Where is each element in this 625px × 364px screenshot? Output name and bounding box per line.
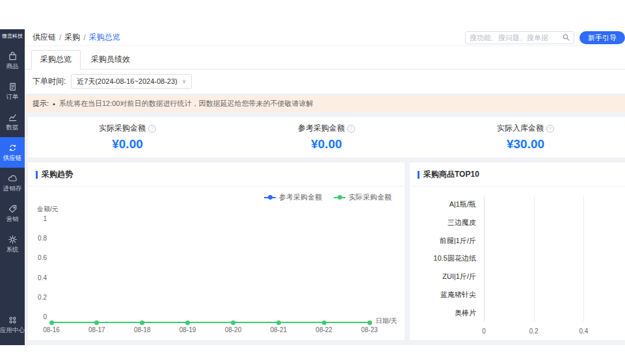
stat-actual-purchase: 实际采购金额 ¥0.00 [28,123,227,151]
category-label: 三边魔皮 [447,218,476,228]
sidebar-item-marketing[interactable]: 营销 [0,198,25,229]
legend-label: 实际采购金额 [349,192,392,202]
category-label: 蓝庵猪针尖 [440,290,476,300]
charts-row: 采购趋势 参考采购金额 实际采购金额 金额/元 1 0 [28,162,625,340]
sidebar-item-app-center[interactable]: 应用中心 [0,309,25,340]
inventory-icon [8,174,18,183]
sidebar-item-label: 系统 [7,246,19,253]
sidebar-item-data[interactable]: 数据 [0,107,25,137]
plot-area: 08-16 08-17 08-18 08-19 08-20 08-21 08-2… [51,218,369,323]
x-axis-unit-label: 日期/天 [376,317,397,326]
sidebar-item-inventory[interactable]: 进销存 [0,168,25,198]
breadcrumb-supply-chain[interactable]: 供应链 [33,32,56,43]
sidebar-item-supply-chain[interactable]: 供应链 [0,137,25,168]
date-range-value: 近7天(2024-08-16~2024-08-23) [77,77,177,86]
order-time-label: 下单时间: [33,76,66,87]
legend-label: 参考采购金额 [279,192,322,202]
data-point [367,320,372,325]
x-tick: 08-17 [88,326,105,333]
breadcrumb-separator: / [83,33,85,42]
legend-item-reference[interactable]: 参考采购金额 [264,192,322,202]
breadcrumb-purchase[interactable]: 采购 [64,32,80,43]
x-tick: 08-22 [315,326,332,333]
x-tick: 08-18 [134,326,151,333]
sidebar: 微赏科技 商品 订单 数据 供应链 [0,29,25,345]
sidebar-item-products[interactable]: 商品 [0,46,25,76]
stat-value: ¥0.00 [227,137,426,151]
legend-item-actual[interactable]: 实际采购金额 [334,192,392,202]
sidebar-item-label: 商品 [7,63,19,70]
data-point [140,320,144,325]
gridline [534,196,535,322]
products-icon [8,51,18,61]
x-tick: 0 [482,328,486,335]
breadcrumb: 供应链 / 采购 / 采购总览 [33,32,120,43]
search-box[interactable] [465,31,574,44]
line-chart: 1 0.8 0.6 0.4 0.2 0 [28,214,405,340]
data-point [276,320,281,325]
sidebar-item-label: 数据 [7,124,19,131]
x-tick: 0.4 [579,328,588,335]
panel-title: 采购商品TOP10 [423,169,479,180]
gridline [583,196,584,322]
data-point [185,320,190,325]
y-tick: 1 [43,215,47,222]
category-label: 奥棒片 [455,308,476,318]
chevron-down-icon: ∨ [182,79,187,84]
y-axis-unit-label: 金额/元 [28,205,405,214]
x-tick: 08-21 [270,326,287,333]
title-accent-bar [418,171,419,179]
topbar-right: 新手引导 [465,31,625,44]
title-accent-bar [36,171,38,179]
category-label: 前腿|1斤/斤 [440,236,476,246]
help-icon[interactable] [148,125,156,133]
category-label: 10.5圆花边纸 [434,254,476,263]
y-axis-ticks: 1 0.8 0.6 0.4 0.2 0 [34,215,51,320]
marketing-icon [8,204,18,214]
topbar: 供应链 / 采购 / 采购总览 新手引导 [25,29,625,46]
date-range-select[interactable]: 近7天(2024-08-16~2024-08-23) ∨ [71,74,192,89]
y-tick: 0.2 [38,294,47,301]
logo: 微赏科技 [0,29,25,46]
gridline [484,196,485,322]
panel-header: 采购趋势 [28,169,405,187]
stat-label: 实际入库金额 [497,123,544,134]
sidebar-item-system[interactable]: 系统 [0,229,25,259]
stat-reference-purchase: 参考采购金额 ¥0.00 [227,123,426,151]
sidebar-item-label: 供应链 [3,155,22,161]
bar-chart: A|1瓶/瓶 三边魔皮 前腿|1斤/斤 10.5圆花边纸 ZUI|1斤/斤 蓝庵… [410,187,625,340]
panel-title: 采购趋势 [42,169,73,180]
notice-prefix: 提示: [33,99,49,109]
sidebar-item-orders[interactable]: 订单 [0,76,25,107]
settings-gear-icon [8,235,18,244]
category-axis: A|1瓶/瓶 三边魔皮 前腿|1斤/斤 10.5圆花边纸 ZUI|1斤/斤 蓝庵… [416,196,484,322]
stat-value: ¥0.00 [28,137,227,151]
stat-inbound-amount: 实际入库金额 ¥30.00 [426,123,625,151]
y-tick: 0 [43,313,47,320]
y-tick: 0.8 [38,235,47,242]
data-point [322,320,326,325]
notice-text: 系统将在当日12:00对前日的数据进行统计，因数据延迟给您带来的不便敬请谅解 [59,99,313,109]
tab-purchase-overview[interactable]: 采购总览 [31,50,81,70]
newbie-guide-button[interactable]: 新手引导 [579,31,625,44]
stat-label: 实际采购金额 [99,123,146,134]
orders-icon [8,82,18,92]
data-point [49,320,54,325]
y-tick: 0.4 [38,274,47,281]
y-tick: 0.6 [38,254,47,261]
tabs-bar: 采购总览 采购员绩效 [25,46,625,70]
x-tick: 08-19 [180,326,196,333]
gridlines [484,196,622,322]
data-icon [8,112,18,122]
x-tick: 0.2 [529,328,539,335]
help-icon[interactable] [347,125,355,133]
tab-buyer-performance[interactable]: 采购员绩效 [82,50,139,69]
stat-label: 参考采购金额 [298,123,345,134]
search-icon[interactable] [563,34,570,41]
panel-header: 采购商品TOP10 [410,169,625,187]
help-icon[interactable] [546,125,554,133]
breadcrumb-separator: / [59,33,61,42]
sidebar-item-label: 应用中心 [0,327,25,333]
search-input[interactable] [470,34,563,42]
legend-marker-icon [264,197,276,198]
